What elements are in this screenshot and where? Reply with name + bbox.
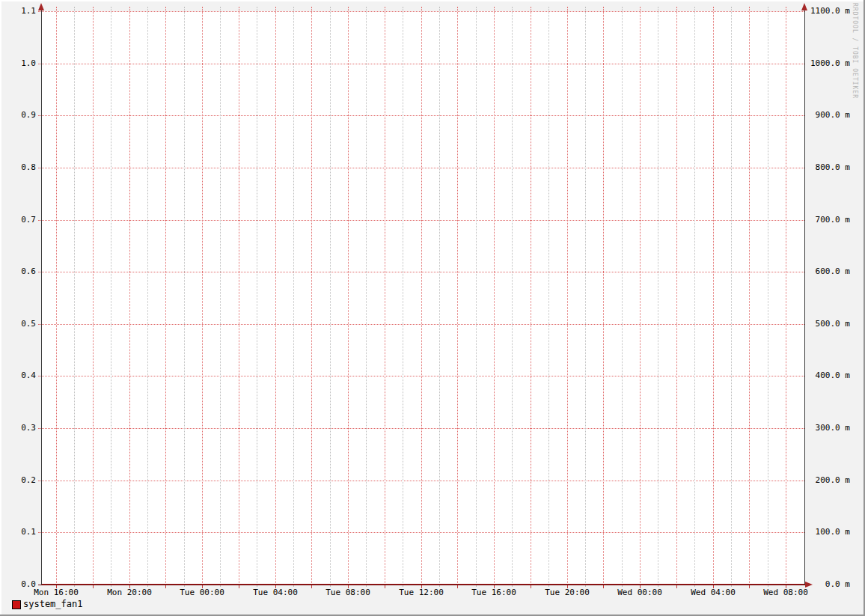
y-tick-label-left: 0.1 — [0, 528, 36, 537]
y-tick-label-right: 400.0 m — [810, 371, 850, 380]
y-tick-label-right: 600.0 m — [810, 267, 850, 276]
x-axis — [38, 585, 805, 585]
x-grid-line — [93, 7, 94, 585]
x-grid-line — [567, 7, 568, 585]
x-grid-line — [439, 7, 440, 585]
y-tick-label-right: 200.0 m — [810, 476, 850, 485]
x-tick-label: Wed 00:00 — [617, 588, 662, 597]
x-tick-mark — [457, 585, 458, 588]
x-tick-label: Tue 04:00 — [253, 588, 298, 597]
x-grid-line — [165, 7, 166, 585]
x-grid-line — [421, 7, 422, 585]
x-tick-mark — [311, 585, 312, 588]
x-grid-line — [531, 7, 531, 585]
y-tick-label-right: 900.0 m — [810, 111, 850, 120]
x-grid-line — [311, 7, 312, 585]
x-tick-mark — [93, 585, 94, 588]
x-grid-line — [676, 7, 677, 585]
x-tick-label: Tue 08:00 — [325, 588, 370, 597]
x-tick-mark — [676, 585, 677, 588]
x-tick-label: Tue 12:00 — [399, 588, 444, 597]
x-tick-mark — [512, 585, 513, 587]
y-tick-label-left: 0.8 — [0, 163, 36, 172]
x-grid-line — [622, 7, 623, 585]
x-grid-line — [348, 7, 349, 585]
x-grid-line — [366, 7, 367, 585]
legend-label: system_fan1 — [23, 599, 82, 609]
x-grid-line — [403, 7, 403, 585]
y-tick-label-right: 1000.0 m — [810, 59, 850, 68]
x-tick-mark — [694, 585, 695, 587]
x-tick-label: Tue 20:00 — [545, 588, 590, 597]
x-tick-mark — [74, 585, 75, 587]
x-grid-line — [768, 7, 768, 585]
x-tick-mark — [731, 585, 732, 587]
x-tick-mark — [330, 585, 331, 587]
y-tick-label-left: 1.1 — [0, 7, 36, 16]
x-grid-line — [786, 7, 786, 585]
x-tick-mark — [403, 585, 403, 587]
y-tick-label-left: 0.3 — [0, 424, 36, 433]
x-grid-line — [184, 7, 185, 585]
y-tick-label-right: 100.0 m — [810, 528, 850, 537]
x-grid-line — [111, 7, 111, 585]
x-grid-line — [74, 7, 75, 585]
x-tick-mark — [366, 585, 367, 587]
x-grid-line — [476, 7, 477, 585]
y-tick-label-left: 0.0 — [0, 580, 36, 589]
y-tick-label-left: 0.9 — [0, 111, 36, 120]
x-grid-line — [220, 7, 221, 585]
x-tick-mark — [476, 585, 477, 587]
x-grid-line — [494, 7, 495, 585]
y-tick-label-right: 700.0 m — [810, 216, 850, 225]
x-grid-line — [694, 7, 695, 585]
x-tick-label: Tue 16:00 — [471, 588, 516, 597]
y-tick-label-left: 0.6 — [0, 267, 36, 276]
x-grid-line — [640, 7, 641, 585]
x-tick-mark — [749, 585, 750, 588]
x-tick-label: Mon 20:00 — [107, 588, 152, 597]
y-tick-label-left: 0.4 — [0, 371, 36, 380]
x-tick-mark — [239, 585, 239, 588]
x-grid-line — [239, 7, 239, 585]
y-axis-left-arrow-icon — [38, 3, 44, 10]
x-tick-mark — [111, 585, 111, 587]
x-tick-mark — [165, 585, 166, 588]
x-tick-label: Wed 08:00 — [763, 588, 808, 597]
x-grid-line — [330, 7, 331, 585]
x-grid-line — [658, 7, 658, 585]
x-tick-mark — [385, 585, 385, 588]
x-grid-line — [548, 7, 549, 585]
x-grid-line — [512, 7, 513, 585]
x-grid-line — [713, 7, 714, 585]
x-grid-line — [293, 7, 294, 585]
y-tick-label-left: 0.5 — [0, 320, 36, 329]
x-tick-mark — [548, 585, 549, 587]
x-tick-label: Tue 00:00 — [180, 588, 224, 597]
plot-grid-and-labels: 0.0 0.0 m0.1 100.0 m0.2 200.0 m0.3 300.0… — [0, 0, 865, 616]
y-axis-right — [804, 5, 805, 585]
y-tick-label-left: 1.0 — [0, 59, 36, 68]
series-line-system-fan1 — [42, 584, 804, 585]
legend-swatch-system-fan1 — [12, 600, 21, 609]
x-tick-label: Mon 16:00 — [34, 588, 79, 597]
x-grid-line — [202, 7, 203, 585]
x-tick-mark — [220, 585, 221, 587]
x-grid-line — [147, 7, 148, 585]
x-tick-mark — [768, 585, 768, 587]
x-tick-mark — [531, 585, 531, 588]
y-tick-label-right: 0.0 m — [810, 580, 850, 589]
y-tick-label-right: 1100.0 m — [810, 7, 850, 16]
y-tick-label-left: 0.7 — [0, 216, 36, 225]
x-tick-mark — [257, 585, 257, 587]
rrdtool-graph: 0.0 0.0 m0.1 100.0 m0.2 200.0 m0.3 300.0… — [0, 0, 865, 616]
x-grid-line — [385, 7, 385, 585]
x-grid-line — [731, 7, 732, 585]
x-tick-mark — [585, 585, 586, 587]
x-grid-line — [457, 7, 458, 585]
y-tick-label-right: 800.0 m — [810, 163, 850, 172]
x-tick-mark — [147, 585, 148, 587]
x-grid-line — [129, 7, 130, 585]
x-grid-line — [257, 7, 257, 585]
y-axis-left — [41, 5, 42, 585]
